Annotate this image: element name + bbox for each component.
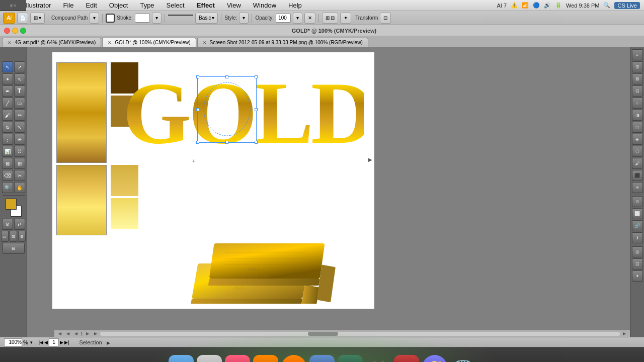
graphic-styles-btn[interactable]: ⬡ <box>632 146 643 157</box>
dock-flash[interactable]: Fl <box>394 355 419 362</box>
opacity-input[interactable] <box>276 14 291 23</box>
minimize-button[interactable] <box>12 28 18 34</box>
symbol-tool[interactable]: ✳ <box>14 134 25 145</box>
line-tool[interactable]: ╱ <box>2 98 13 109</box>
stroke-dropdown-btn[interactable]: ▾ <box>152 13 162 24</box>
menu-window[interactable]: Window <box>251 2 278 9</box>
gradient-swatch-main[interactable] <box>56 62 107 163</box>
tab-close-gold[interactable]: ✕ <box>108 40 112 45</box>
layers-panel-btn[interactable]: ⊙ <box>632 196 643 207</box>
links-panel-btn[interactable]: 🔗 <box>632 220 643 231</box>
transform-panel-btn[interactable]: ⊞ <box>632 61 643 72</box>
menu-illustrator[interactable]: Illustrator <box>22 2 53 9</box>
basic-label-btn[interactable]: Basic ▾ <box>195 13 218 24</box>
fill-none-btn[interactable]: ⊘ <box>2 219 13 230</box>
dock-firefox[interactable]: 🦊 <box>366 355 391 362</box>
page-prev-btn[interactable]: ◀ <box>72 330 79 337</box>
pen-tool[interactable]: ✒ <box>2 85 13 97</box>
dock-trash[interactable]: 🗑️ <box>450 355 475 362</box>
transform2-panel-btn[interactable]: ⊟ <box>632 258 643 269</box>
tab-screenshot[interactable]: ✕ Screen Shot 2012-05-09 at 9.33.03 PM.p… <box>197 38 368 47</box>
variables-panel-btn[interactable]: ✦ <box>632 270 643 282</box>
hand-tool[interactable]: ✋ <box>14 182 25 193</box>
document-setup-btn[interactable]: 📄 <box>17 13 28 24</box>
maximize-button[interactable] <box>20 28 26 34</box>
prev-page-btn[interactable]: ◀ <box>44 340 48 345</box>
swatch-pale-yellow[interactable] <box>111 198 138 229</box>
close-button[interactable] <box>4 28 10 34</box>
rpanel-btn-1[interactable]: ≡ <box>632 49 643 60</box>
rotate-tool[interactable]: ↻ <box>2 122 13 133</box>
tab-4g-art[interactable]: ✕ 4G-art.pdf* @ 64% (CMYK/Preview) <box>2 38 101 47</box>
zoom-dropdown-btn[interactable]: ▾ <box>30 340 33 345</box>
page-input[interactable] <box>49 338 59 346</box>
menu-view[interactable]: View <box>225 2 243 9</box>
brushes-panel-btn[interactable]: 🖌 <box>632 158 643 169</box>
tab-close-4g[interactable]: ✕ <box>8 40 12 45</box>
gradient-swatch-light[interactable] <box>56 165 107 235</box>
status-dropdown-btn[interactable]: ▶ <box>107 340 110 345</box>
transparency-panel-btn[interactable]: ◻ <box>632 122 643 133</box>
menu-help[interactable]: Help <box>286 2 304 9</box>
slice-select-tool[interactable]: ⊞ <box>14 158 25 169</box>
stroke-panel-btn[interactable]: ○ <box>632 98 643 109</box>
graph-tool[interactable]: 📊 <box>2 146 13 157</box>
page-next-btn[interactable]: ▶ <box>84 330 91 337</box>
first-page-btn[interactable]: |◀ <box>39 340 43 345</box>
gradient-panel-btn[interactable]: ◑ <box>632 110 643 121</box>
gold-text-svg[interactable]: GOLD <box>123 67 364 155</box>
pathfinder-panel-btn[interactable]: ⊟ <box>632 85 643 97</box>
dock-system-prefs[interactable]: ⚙️ <box>197 355 222 362</box>
slice-tool[interactable]: ⊠ <box>2 158 13 169</box>
direct-selection-tool[interactable]: ↗ <box>14 61 25 72</box>
scroll-right-end[interactable]: ▶ <box>621 330 628 337</box>
draw-normal-btn[interactable]: ▭ <box>1 231 9 242</box>
dock-photoshop[interactable]: Ps <box>309 355 335 362</box>
type-tool[interactable]: T <box>14 85 25 97</box>
lasso-tool[interactable]: ∿ <box>14 73 25 84</box>
swatches-panel-btn[interactable]: ⬛ <box>632 170 643 181</box>
last-page-btn[interactable]: ▶| <box>64 340 69 345</box>
menu-select[interactable]: Select <box>165 2 187 9</box>
scroll-right-prev[interactable]: ◀ <box>64 330 71 337</box>
appearance-panel-btn[interactable]: ◈ <box>632 134 643 145</box>
scrollbar-track[interactable] <box>100 332 620 336</box>
dock-illustrator[interactable]: Illustrator <box>253 355 278 362</box>
zoom-input[interactable] <box>4 338 22 346</box>
dock-safari[interactable]: 🧭 <box>422 355 447 362</box>
menu-effect[interactable]: Effect <box>195 2 217 9</box>
menu-file[interactable]: File <box>61 2 75 9</box>
artboards-panel-btn[interactable]: ⬜ <box>632 208 643 219</box>
scale-tool[interactable]: ⤡ <box>14 122 25 133</box>
tab-gold[interactable]: ✕ GOLD* @ 100% (CMYK/Preview) <box>102 38 196 47</box>
navigator-panel-btn[interactable]: ◎ <box>632 246 643 257</box>
opacity-options-btn[interactable]: ✕ <box>304 13 315 24</box>
opacity-dropdown-btn[interactable]: ▾ <box>293 13 302 24</box>
transform-btn[interactable]: ⊡ <box>380 13 391 24</box>
document-canvas[interactable]: GOLD <box>27 47 630 337</box>
tab-close-screenshot[interactable]: ✕ <box>203 40 207 45</box>
path-options-btn[interactable]: ▾ <box>90 13 99 24</box>
dock-vlc[interactable]: 🔶 <box>281 355 306 362</box>
align-btns[interactable]: ⊞ ⊟ <box>322 13 338 24</box>
zoom-tool[interactable]: 🔍 <box>2 182 13 193</box>
search-icon[interactable]: 🔍 <box>603 2 610 9</box>
ai-logo-btn[interactable]: Ai <box>3 13 15 24</box>
rect-tool[interactable]: ▭ <box>14 98 25 109</box>
fill-color-box[interactable] <box>6 199 17 210</box>
swap-fill-stroke-btn[interactable]: ⇄ <box>14 219 25 230</box>
workspace-btn[interactable]: ⊞ ▾ <box>30 13 45 24</box>
dock-dreamweaver[interactable]: Dw <box>338 355 363 362</box>
column-graph-tool[interactable]: ⠿ <box>14 146 25 157</box>
dock-indesign[interactable]: Id <box>225 355 250 362</box>
draw-inside-btn[interactable]: ⊚ <box>18 231 26 242</box>
envelope-btn[interactable]: ✦ <box>340 13 351 24</box>
selection-tool[interactable]: ↖ <box>2 61 13 72</box>
eraser-tool[interactable]: ⌫ <box>2 170 13 181</box>
cs-live-btn[interactable]: CS Live <box>614 2 640 9</box>
menu-type[interactable]: Type <box>138 2 156 9</box>
canvas-area[interactable]: GOLD <box>27 47 630 337</box>
symbols-panel-btn[interactable]: ✳ <box>632 182 643 193</box>
scrollbar-thumb[interactable] <box>308 332 338 336</box>
screen-mode-btn[interactable]: ⊟ <box>3 243 25 254</box>
